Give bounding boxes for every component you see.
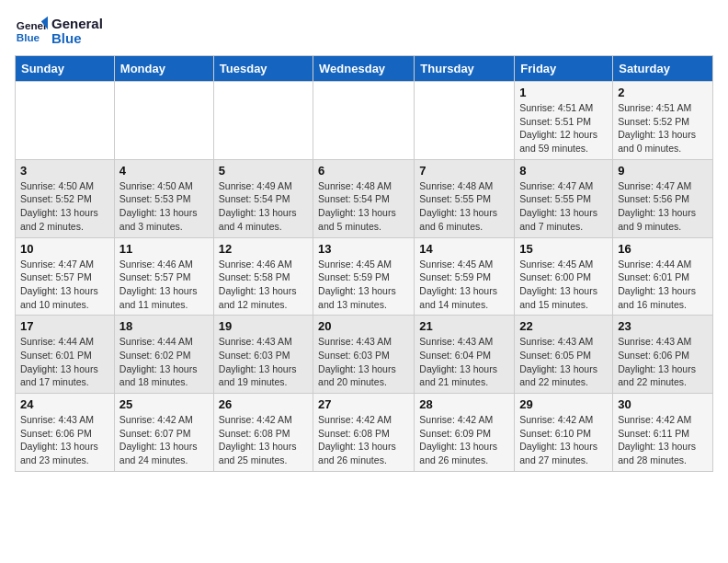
weekday-header-saturday: Saturday — [613, 56, 713, 82]
day-number: 20 — [318, 319, 409, 333]
page-header: General Blue General Blue — [15, 15, 713, 48]
day-info: Sunrise: 4:42 AM Sunset: 6:09 PM Dayligh… — [419, 413, 509, 467]
day-info: Sunrise: 4:44 AM Sunset: 6:01 PM Dayligh… — [20, 335, 109, 389]
svg-text:Blue: Blue — [17, 31, 40, 43]
calendar-cell — [16, 82, 115, 160]
calendar-cell: 8Sunrise: 4:47 AM Sunset: 5:55 PM Daylig… — [515, 159, 613, 237]
logo-blue-text: Blue — [51, 31, 103, 47]
day-number: 29 — [519, 397, 608, 411]
day-info: Sunrise: 4:43 AM Sunset: 6:04 PM Dayligh… — [419, 335, 509, 389]
calendar-cell — [313, 82, 415, 160]
calendar-cell: 23Sunrise: 4:43 AM Sunset: 6:06 PM Dayli… — [613, 316, 713, 394]
day-number: 24 — [20, 397, 109, 411]
weekday-header-monday: Monday — [114, 56, 213, 82]
calendar-week-4: 17Sunrise: 4:44 AM Sunset: 6:01 PM Dayli… — [16, 316, 713, 394]
day-info: Sunrise: 4:48 AM Sunset: 5:54 PM Dayligh… — [318, 179, 409, 234]
logo-general-text: General — [51, 17, 103, 32]
day-number: 16 — [618, 242, 708, 256]
calendar-cell: 11Sunrise: 4:46 AM Sunset: 5:57 PM Dayli… — [114, 237, 213, 316]
calendar-cell: 14Sunrise: 4:45 AM Sunset: 5:59 PM Dayli… — [415, 237, 515, 316]
day-info: Sunrise: 4:42 AM Sunset: 6:11 PM Dayligh… — [618, 413, 708, 467]
calendar-cell: 26Sunrise: 4:42 AM Sunset: 6:08 PM Dayli… — [213, 394, 313, 472]
calendar-cell — [213, 82, 313, 160]
day-info: Sunrise: 4:51 AM Sunset: 5:52 PM Dayligh… — [618, 101, 708, 155]
day-info: Sunrise: 4:50 AM Sunset: 5:52 PM Dayligh… — [20, 179, 109, 234]
day-number: 1 — [519, 86, 608, 99]
calendar-cell: 17Sunrise: 4:44 AM Sunset: 6:01 PM Dayli… — [16, 316, 115, 394]
calendar-cell: 30Sunrise: 4:42 AM Sunset: 6:11 PM Dayli… — [613, 394, 713, 472]
calendar-cell: 9Sunrise: 4:47 AM Sunset: 5:56 PM Daylig… — [613, 159, 713, 237]
day-info: Sunrise: 4:43 AM Sunset: 6:03 PM Dayligh… — [219, 335, 308, 389]
calendar-header-row: SundayMondayTuesdayWednesdayThursdayFrid… — [16, 56, 713, 82]
calendar-cell: 13Sunrise: 4:45 AM Sunset: 5:59 PM Dayli… — [313, 237, 415, 316]
day-number: 22 — [519, 319, 608, 333]
day-info: Sunrise: 4:42 AM Sunset: 6:08 PM Dayligh… — [219, 413, 308, 467]
day-number: 2 — [618, 86, 708, 99]
day-number: 12 — [219, 242, 308, 256]
weekday-header-wednesday: Wednesday — [313, 56, 415, 82]
day-info: Sunrise: 4:45 AM Sunset: 6:00 PM Dayligh… — [519, 258, 608, 312]
day-number: 3 — [20, 164, 109, 178]
calendar-cell: 2Sunrise: 4:51 AM Sunset: 5:52 PM Daylig… — [613, 82, 713, 160]
day-info: Sunrise: 4:47 AM Sunset: 5:56 PM Dayligh… — [618, 179, 708, 234]
day-number: 14 — [419, 242, 509, 256]
calendar-table: SundayMondayTuesdayWednesdayThursdayFrid… — [15, 55, 713, 472]
calendar-cell: 22Sunrise: 4:43 AM Sunset: 6:05 PM Dayli… — [515, 316, 613, 394]
day-info: Sunrise: 4:43 AM Sunset: 6:06 PM Dayligh… — [20, 413, 109, 467]
logo: General Blue General Blue — [15, 15, 103, 48]
day-info: Sunrise: 4:45 AM Sunset: 5:59 PM Dayligh… — [318, 258, 409, 312]
calendar-cell: 1Sunrise: 4:51 AM Sunset: 5:51 PM Daylig… — [515, 82, 613, 160]
day-info: Sunrise: 4:43 AM Sunset: 6:06 PM Dayligh… — [618, 335, 708, 389]
day-number: 26 — [219, 397, 308, 411]
calendar-cell: 28Sunrise: 4:42 AM Sunset: 6:09 PM Dayli… — [415, 394, 515, 472]
calendar-cell: 20Sunrise: 4:43 AM Sunset: 6:03 PM Dayli… — [313, 316, 415, 394]
day-info: Sunrise: 4:50 AM Sunset: 5:53 PM Dayligh… — [119, 179, 209, 234]
day-info: Sunrise: 4:49 AM Sunset: 5:54 PM Dayligh… — [219, 179, 308, 234]
calendar-cell: 27Sunrise: 4:42 AM Sunset: 6:08 PM Dayli… — [313, 394, 415, 472]
logo-icon: General Blue — [15, 15, 48, 48]
day-info: Sunrise: 4:42 AM Sunset: 6:10 PM Dayligh… — [519, 413, 608, 467]
day-number: 10 — [20, 242, 109, 256]
weekday-header-sunday: Sunday — [16, 56, 115, 82]
calendar-cell — [114, 82, 213, 160]
weekday-header-tuesday: Tuesday — [213, 56, 313, 82]
day-info: Sunrise: 4:47 AM Sunset: 5:57 PM Dayligh… — [20, 258, 109, 312]
calendar-cell: 16Sunrise: 4:44 AM Sunset: 6:01 PM Dayli… — [613, 237, 713, 316]
day-number: 9 — [618, 164, 708, 178]
day-info: Sunrise: 4:46 AM Sunset: 5:57 PM Dayligh… — [119, 258, 209, 312]
calendar-week-1: 1Sunrise: 4:51 AM Sunset: 5:51 PM Daylig… — [16, 82, 713, 160]
day-number: 15 — [519, 242, 608, 256]
day-number: 8 — [519, 164, 608, 178]
calendar-cell: 18Sunrise: 4:44 AM Sunset: 6:02 PM Dayli… — [114, 316, 213, 394]
calendar-cell: 29Sunrise: 4:42 AM Sunset: 6:10 PM Dayli… — [515, 394, 613, 472]
calendar-cell: 15Sunrise: 4:45 AM Sunset: 6:00 PM Dayli… — [515, 237, 613, 316]
day-number: 27 — [318, 397, 409, 411]
calendar-cell: 21Sunrise: 4:43 AM Sunset: 6:04 PM Dayli… — [415, 316, 515, 394]
calendar-cell: 7Sunrise: 4:48 AM Sunset: 5:55 PM Daylig… — [415, 159, 515, 237]
weekday-header-friday: Friday — [515, 56, 613, 82]
calendar-cell: 12Sunrise: 4:46 AM Sunset: 5:58 PM Dayli… — [213, 237, 313, 316]
calendar-cell: 5Sunrise: 4:49 AM Sunset: 5:54 PM Daylig… — [213, 159, 313, 237]
day-number: 19 — [219, 319, 308, 333]
day-number: 4 — [119, 164, 209, 178]
calendar-cell: 19Sunrise: 4:43 AM Sunset: 6:03 PM Dayli… — [213, 316, 313, 394]
day-number: 17 — [20, 319, 109, 333]
calendar-cell: 3Sunrise: 4:50 AM Sunset: 5:52 PM Daylig… — [16, 159, 115, 237]
calendar-cell: 24Sunrise: 4:43 AM Sunset: 6:06 PM Dayli… — [16, 394, 115, 472]
day-number: 13 — [318, 242, 409, 256]
day-info: Sunrise: 4:45 AM Sunset: 5:59 PM Dayligh… — [419, 258, 509, 312]
day-info: Sunrise: 4:46 AM Sunset: 5:58 PM Dayligh… — [219, 258, 308, 312]
day-number: 6 — [318, 164, 409, 178]
calendar-cell — [415, 82, 515, 160]
day-number: 23 — [618, 319, 708, 333]
day-info: Sunrise: 4:42 AM Sunset: 6:07 PM Dayligh… — [119, 413, 209, 467]
day-info: Sunrise: 4:43 AM Sunset: 6:03 PM Dayligh… — [318, 335, 409, 389]
calendar-cell: 6Sunrise: 4:48 AM Sunset: 5:54 PM Daylig… — [313, 159, 415, 237]
day-info: Sunrise: 4:47 AM Sunset: 5:55 PM Dayligh… — [519, 179, 608, 234]
day-number: 5 — [219, 164, 308, 178]
day-number: 11 — [119, 242, 209, 256]
day-number: 30 — [618, 397, 708, 411]
day-number: 21 — [419, 319, 509, 333]
calendar-cell: 4Sunrise: 4:50 AM Sunset: 5:53 PM Daylig… — [114, 159, 213, 237]
calendar-cell: 25Sunrise: 4:42 AM Sunset: 6:07 PM Dayli… — [114, 394, 213, 472]
